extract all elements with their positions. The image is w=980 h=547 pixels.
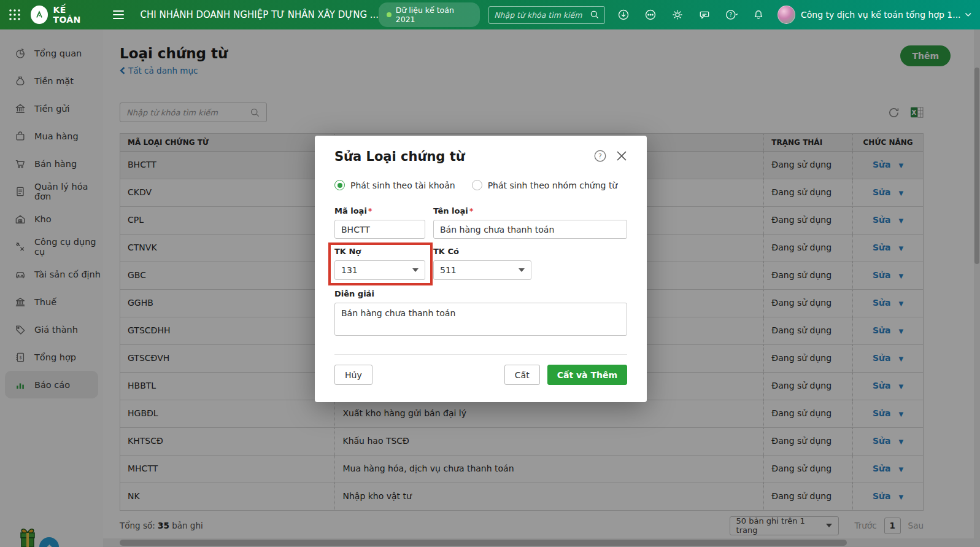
required-asterisk: * xyxy=(368,206,372,215)
menu-toggle-icon[interactable] xyxy=(112,8,126,22)
radio-label: Phát sinh theo nhóm chứng từ xyxy=(488,180,618,190)
save-and-add-button[interactable]: Cất và Thêm xyxy=(547,365,627,385)
search-icon xyxy=(590,10,600,20)
radio-icon xyxy=(472,180,482,190)
bell-icon[interactable] xyxy=(752,8,766,22)
debit-account-group: TK Nợ 131 xyxy=(334,247,425,280)
name-field-group: Tên loại* xyxy=(433,206,627,239)
status-dot-icon xyxy=(387,12,392,17)
chat-icon[interactable] xyxy=(698,8,712,22)
debit-account-select[interactable]: 131 xyxy=(334,260,425,280)
svg-text:?: ? xyxy=(730,12,733,18)
code-input[interactable] xyxy=(334,220,425,239)
radio-option[interactable]: Phát sinh theo nhóm chứng từ xyxy=(472,180,618,190)
app-grid-icon[interactable] xyxy=(9,8,22,22)
account-name[interactable]: Công ty dịch vụ kế toán tổng hợp 1... xyxy=(801,10,961,20)
edit-document-type-modal: Sửa Loại chứng từ ? Phát sinh theo tài k… xyxy=(315,136,647,402)
description-textarea[interactable]: Bán hàng chưa thanh toán xyxy=(334,303,627,336)
top-header: KẾ TOÁN CHI NHÁNH DOANH NGHIỆP TƯ NHÂN X… xyxy=(0,0,980,29)
credit-account-select[interactable]: 511 xyxy=(433,260,531,280)
avatar[interactable] xyxy=(777,6,795,24)
modal-title: Sửa Loại chứng từ xyxy=(334,149,465,164)
misa-logo-icon xyxy=(31,6,48,24)
required-asterisk: * xyxy=(469,206,474,215)
cancel-button[interactable]: Hủy xyxy=(334,365,372,385)
posting-type-radios: Phát sinh theo tài khoản Phát sinh theo … xyxy=(334,180,627,190)
code-field-group: Mã loại* xyxy=(334,206,425,239)
caret-down-icon xyxy=(519,268,525,272)
more-icon[interactable] xyxy=(644,8,658,22)
save-button[interactable]: Cất xyxy=(504,365,540,385)
radio-icon xyxy=(334,180,345,190)
app-name: KẾ TOÁN xyxy=(53,5,95,25)
radio-label: Phát sinh theo tài khoản xyxy=(350,180,455,190)
chevron-down-icon[interactable] xyxy=(965,12,971,17)
global-search[interactable] xyxy=(488,6,605,24)
credit-account-group: TK Có 511 xyxy=(433,247,531,280)
svg-text:?: ? xyxy=(598,152,602,160)
help-icon[interactable]: ? xyxy=(593,149,607,163)
fiscal-data-badge[interactable]: Dữ liệu kế toán 2021 xyxy=(379,2,480,27)
radio-option[interactable]: Phát sinh theo tài khoản xyxy=(334,180,455,190)
close-icon[interactable] xyxy=(616,150,627,161)
modal-divider xyxy=(334,354,627,355)
app-window: KẾ TOÁN CHI NHÁNH DOANH NGHIỆP TƯ NHÂN X… xyxy=(0,0,980,547)
name-input[interactable] xyxy=(433,220,627,239)
app-logo: KẾ TOÁN xyxy=(31,5,95,25)
settings-icon[interactable] xyxy=(671,8,685,22)
help-icon[interactable]: ? xyxy=(725,8,739,22)
caret-down-icon xyxy=(412,268,419,272)
download-icon[interactable] xyxy=(617,8,631,22)
company-title: CHI NHÁNH DOANH NGHIỆP TƯ NHÂN XÂY DỰNG … xyxy=(141,9,379,20)
global-search-input[interactable] xyxy=(494,10,590,20)
description-field-group: Diễn giải Bán hàng chưa thanh toán xyxy=(334,289,627,338)
